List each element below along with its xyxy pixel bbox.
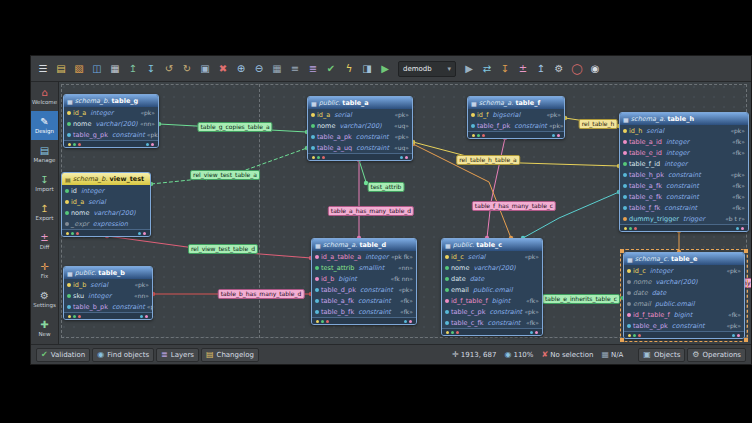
table-header[interactable]: ▦public.table_c (442, 239, 542, 251)
sidebar-item-export[interactable]: ↥Export (31, 198, 58, 227)
table-table_d[interactable]: ▦schema_a.table_did_a_table_ainteger«pk … (311, 238, 417, 325)
column-row[interactable]: table_b_fkconstraint«fk» (312, 306, 416, 317)
relationship-label[interactable]: table_g_copies_table_a (197, 122, 272, 132)
column-row[interactable]: id_bserial«pk» (64, 279, 152, 290)
sidebar-item-new[interactable]: ✚New (31, 314, 58, 343)
table-table_b[interactable]: ▦public.table_bid_bserial«pk»skuinteger«… (63, 266, 153, 320)
table-table_c[interactable]: ▦public.table_cid_cserial«pk»nomevarchar… (441, 238, 543, 336)
column-row[interactable]: id_hserial«pk» (620, 125, 748, 136)
sidebar-item-design[interactable]: ✎Design (31, 111, 58, 140)
column-row[interactable]: nomevarchar(200) (62, 207, 150, 218)
column-row[interactable]: idinteger (62, 185, 150, 196)
column-row[interactable]: emailpublic.email (442, 284, 542, 295)
relationship-label[interactable]: table_b_has_many_table_d (218, 289, 305, 299)
column-row[interactable]: table_g_pkconstraint«pk» (64, 129, 158, 140)
relationship-label[interactable]: test_attrib (368, 182, 405, 192)
column-row[interactable]: nomevarchar(200) (442, 262, 542, 273)
play-icon[interactable]: ▶ (461, 61, 477, 77)
sidebar-item-welcome[interactable]: ⌂Welcome (31, 82, 58, 111)
column-row[interactable]: table_f_fkconstraint«fk» (620, 202, 748, 213)
column-row[interactable]: emailpublic.email (624, 298, 744, 309)
relationship-label[interactable]: rel_view_test_table_d (188, 244, 258, 254)
sidebar-item-manage[interactable]: ▤Manage (31, 140, 58, 169)
settings-icon[interactable]: ⚙ (551, 61, 567, 77)
column-row[interactable]: table_c_fkconstraint«fk» (442, 317, 542, 328)
objects-button[interactable]: ▣Objects (638, 348, 685, 362)
column-row[interactable]: id_cserial«pk» (442, 251, 542, 262)
column-row[interactable]: id_cinteger«pk» (624, 265, 744, 276)
table-header[interactable]: ▤schema_b.view_test (62, 173, 150, 185)
redo-icon[interactable]: ↻ (179, 61, 195, 77)
diagram-canvas[interactable]: table_g_copies_table_arel_view_test_tabl… (59, 82, 751, 344)
import-db-icon[interactable]: ↧ (497, 61, 513, 77)
operations-button[interactable]: ⚙Operations (687, 348, 746, 362)
column-row[interactable]: skuinteger«nn» (64, 290, 152, 301)
database-combo[interactable]: demodb ▾ (398, 61, 456, 77)
selection-handle[interactable] (620, 338, 624, 342)
export-db-icon[interactable]: ↥ (533, 61, 549, 77)
run-icon[interactable]: ▶ (377, 61, 393, 77)
table-table_g[interactable]: ▦schema_b.table_gid_ainteger«pk»nomevarc… (63, 94, 159, 148)
validation-button[interactable]: ✔Validation (36, 348, 90, 362)
relationship-label[interactable]: table_e_inherits_table_c (542, 294, 620, 304)
table-table_h[interactable]: ▦schema_a.table_hid_hserial«pk»table_a_i… (619, 112, 749, 232)
column-row[interactable]: _exprexpression (62, 218, 150, 229)
column-row[interactable]: table_a_uqconstraint«uq» (308, 142, 412, 153)
column-row[interactable]: table_a_fkconstraint«fk» (620, 180, 748, 191)
table-header[interactable]: ▦public.table_a (308, 97, 412, 109)
table-header[interactable]: ▦public.table_b (64, 267, 152, 279)
import-icon[interactable]: ↧ (143, 61, 159, 77)
column-row[interactable]: test_attribsmallint«nn» (312, 262, 416, 273)
column-row[interactable]: table_b_pkconstraint«pk» (64, 301, 152, 312)
table-header[interactable]: ▦schema_a.table_f (468, 97, 564, 109)
sql-icon[interactable]: ϟ (341, 61, 357, 77)
table-table_f[interactable]: ▦schema_a.table_fid_fbigserial«pk»table_… (467, 96, 565, 139)
selection-handle[interactable] (744, 338, 748, 342)
column-row[interactable]: id_a_table_ainteger«pk fk» (312, 251, 416, 262)
table-table_e[interactable]: ▦schema_c.table_eid_cinteger«pk»nomevarc… (623, 252, 745, 339)
column-row[interactable]: table_e_idinteger«fk» (620, 147, 748, 158)
sidebar-item-fix[interactable]: ✛Fix (31, 256, 58, 285)
save-model-icon[interactable]: ◫ (89, 61, 105, 77)
relationship-label[interactable]: rel_table_h (579, 119, 618, 129)
column-row[interactable]: table_a_pkconstraint«pk» (308, 131, 412, 142)
delete-icon[interactable]: ✖ (215, 61, 231, 77)
menu-icon[interactable]: ☰ (35, 61, 51, 77)
column-row[interactable]: id_ainteger«pk» (64, 107, 158, 118)
column-row[interactable]: table_e_fkconstraint«fk» (620, 191, 748, 202)
column-row[interactable]: table_h_pkconstraint«pk» (620, 169, 748, 180)
layers-button[interactable]: ≣Layers (156, 348, 199, 362)
column-row[interactable]: table_a_fkconstraint«fk» (312, 295, 416, 306)
relationship-label[interactable]: rel_view_test_table_a (190, 170, 260, 180)
stop-icon[interactable]: ◯ (569, 61, 585, 77)
about-icon[interactable]: ◉ (587, 61, 603, 77)
column-row[interactable]: id_aserial (62, 196, 150, 207)
column-row[interactable]: table_e_pkconstraint«pk» (624, 320, 744, 331)
table-view_test[interactable]: ▤schema_b.view_testidintegerid_aserialno… (61, 172, 151, 237)
selection-handle[interactable] (620, 249, 624, 253)
column-row[interactable]: id_f_table_fbigint«fk» (624, 309, 744, 320)
table-header[interactable]: ▦schema_a.table_h (620, 113, 748, 125)
zoom-in-icon[interactable]: ⊕ (233, 61, 249, 77)
relationship-label[interactable]: rel_table_h_table_a (456, 155, 520, 165)
table-header[interactable]: ▦schema_b.table_g (64, 95, 158, 107)
diff-icon[interactable]: ± (515, 61, 531, 77)
column-row[interactable]: nomevarchar(200) (624, 276, 744, 287)
open-model-icon[interactable]: ▧ (71, 61, 87, 77)
align-icon[interactable]: ≡ (287, 61, 303, 77)
selection-handle[interactable] (744, 249, 748, 253)
column-row[interactable]: id_fbigserial«pk» (468, 109, 564, 120)
table-table_a[interactable]: ▦public.table_aid_aserial«pk»nomevarchar… (307, 96, 413, 161)
column-row[interactable]: datedate (624, 287, 744, 298)
copy-icon[interactable]: ▣ (197, 61, 213, 77)
column-row[interactable]: nomevarchar(200)«nn» (64, 118, 158, 129)
sidebar-item-settings[interactable]: ⚙Settings (31, 285, 58, 314)
connect-icon[interactable]: ⇄ (479, 61, 495, 77)
undo-icon[interactable]: ↺ (161, 61, 177, 77)
column-row[interactable]: table_f_idinteger (620, 158, 748, 169)
objects-view-icon[interactable]: ◨ (359, 61, 375, 77)
relationship-label[interactable]: table_a_has_many_table_d (328, 206, 414, 216)
column-row[interactable]: id_bbigint«fk nn» (312, 273, 416, 284)
new-model-icon[interactable]: ▤ (53, 61, 69, 77)
table-header[interactable]: ▦schema_c.table_e (624, 253, 744, 265)
